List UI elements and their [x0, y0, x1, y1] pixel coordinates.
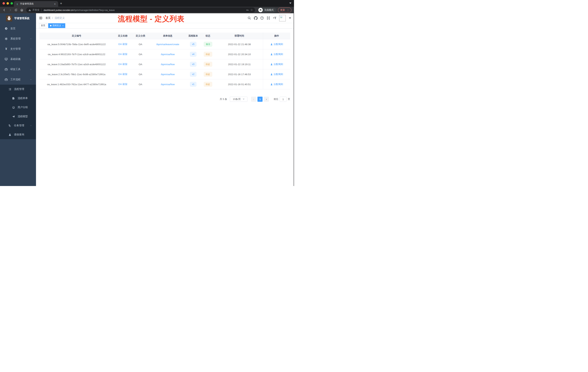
- tab-search-chevron-icon[interactable]: [289, 2, 292, 4]
- tag-close-icon[interactable]: ×: [62, 25, 63, 27]
- fullscreen-icon[interactable]: [266, 16, 270, 20]
- version-badge: v1: [190, 82, 196, 87]
- sidebar-item-process-management[interactable]: 流程管理: [0, 85, 36, 94]
- help-icon[interactable]: ?: [260, 16, 264, 20]
- new-tab-button[interactable]: +: [60, 2, 62, 5]
- total-count-label: 共 5 条: [220, 98, 227, 101]
- maximize-window-icon[interactable]: [10, 2, 13, 5]
- yen-icon: ¥: [4, 47, 8, 51]
- form-link[interactable]: /bpm/oa/flow: [161, 83, 175, 86]
- tag-label: 流程定义: [52, 24, 61, 27]
- breadcrumb-home[interactable]: 首页: [45, 16, 51, 20]
- assign-rule-button[interactable]: 分配规则: [270, 73, 283, 76]
- column-header: 定义名称: [114, 34, 132, 37]
- sidebar-item-label: 系统管理: [10, 37, 21, 40]
- form-link[interactable]: /bpm/oa/flow: [161, 73, 175, 76]
- tag-process-definition[interactable]: 流程定义 ×: [48, 23, 65, 28]
- breadcrumb: 首页 / 流程定义: [45, 16, 65, 20]
- back-button[interactable]: [2, 8, 7, 12]
- browser-tabstrip: 芋道管理系统 × +: [0, 0, 294, 7]
- sidebar-item-infrastructure[interactable]: 基础设施: [0, 54, 36, 64]
- tag-home[interactable]: 首页: [39, 23, 47, 28]
- page-size-select[interactable]: 10条/页: [230, 97, 247, 102]
- github-icon[interactable]: [254, 16, 258, 20]
- robot-icon: [12, 106, 15, 109]
- definition-name-link[interactable]: OA 请假: [118, 53, 127, 56]
- deploy-time: 2022-01-22 19:19:11: [216, 63, 263, 66]
- goto-label: 前往: [274, 98, 278, 101]
- tab-close-icon[interactable]: ×: [53, 2, 56, 5]
- page-unit-label: 页: [288, 98, 290, 101]
- deploy-time: 2022-01-16 17:46:53: [216, 73, 263, 76]
- definition-name-link[interactable]: OA 请假: [118, 43, 127, 46]
- pagination: 共 5 条 10条/页 ‹ 1 › 前往 页: [40, 97, 290, 102]
- sidebar-item-label: 流程表单: [18, 97, 28, 100]
- form-link[interactable]: /bpm/oa/flow: [161, 53, 175, 56]
- font-size-icon[interactable]: TT: [273, 16, 277, 20]
- definition-category: OA: [132, 63, 149, 66]
- definition-name-link[interactable]: OA 请假: [118, 83, 127, 86]
- assign-rule-button[interactable]: 分配规则: [270, 63, 283, 66]
- next-page-button[interactable]: ›: [264, 97, 269, 102]
- definition-name-link[interactable]: OA 请假: [118, 63, 127, 66]
- minimize-window-icon[interactable]: [7, 2, 9, 5]
- definition-id: oa_leave:1:482ec033-762a-11ec-8477-a2380…: [40, 83, 114, 86]
- chevron-down-icon: [30, 68, 32, 70]
- form-link[interactable]: /bpm/oa/leave/create: [156, 43, 179, 46]
- form-icon: [12, 97, 15, 100]
- sidebar-item-system[interactable]: 系统管理: [0, 34, 36, 44]
- sidebar: 芋道管理系统 首页 系统管理 ¥ 支付管理: [0, 13, 36, 186]
- sidebar-item-user-group[interactable]: 用户分组: [0, 103, 36, 112]
- definition-name-link[interactable]: OA 请假: [118, 73, 127, 76]
- prev-page-button[interactable]: ‹: [251, 97, 256, 102]
- page-content: 定义编号 定义名称 定义分类 表单信息 流程版本 状态 部署时间 操作 oa_l…: [36, 29, 294, 186]
- svg-text:?: ?: [262, 17, 262, 19]
- sidebar-item-label: 任务管理: [14, 124, 24, 127]
- goto-page-input[interactable]: [280, 97, 286, 102]
- tag-label: 首页: [41, 24, 45, 27]
- reload-button[interactable]: [13, 8, 19, 12]
- close-window-icon[interactable]: [2, 2, 5, 5]
- sidebar-item-label: 请假查询: [14, 133, 24, 136]
- bookmark-star-icon[interactable]: ☆: [250, 9, 253, 11]
- status-badge: 激活: [204, 42, 212, 47]
- security-label: 不安全: [32, 8, 40, 12]
- sidebar-item-home[interactable]: 首页: [0, 23, 36, 34]
- sidebar-item-task-management[interactable]: 任务管理: [0, 121, 36, 130]
- search-icon[interactable]: [247, 16, 251, 20]
- assign-rule-button[interactable]: 分配规则: [270, 53, 283, 56]
- kebab-menu-icon[interactable]: ⋮: [287, 9, 289, 11]
- definition-id: oa_leave:2:3c1f0ef1-76b1-11ec-9c66-a2380…: [40, 73, 114, 76]
- monitor-icon: [4, 57, 8, 61]
- active-dot-icon: [50, 25, 52, 26]
- workflow-submenu: 流程管理 流程表单 用户分组 流程模: [0, 85, 36, 139]
- browser-update-button[interactable]: 更新 ⋮: [278, 8, 292, 13]
- assign-rule-button[interactable]: 分配规则: [270, 43, 283, 46]
- window-controls[interactable]: [2, 2, 13, 5]
- chevron-down-icon: [30, 124, 32, 127]
- window-edge: [294, 7, 294, 186]
- address-bar[interactable]: 不安全 dashboard.yudao.iocoder.cn/bpm/manag…: [26, 8, 255, 12]
- sidebar-item-process-model[interactable]: 流程模型: [0, 112, 36, 121]
- avatar-dropdown-caret-icon[interactable]: [289, 17, 291, 19]
- sidebar-item-leave-query[interactable]: 请假查询: [0, 130, 36, 139]
- password-key-icon[interactable]: [246, 9, 249, 12]
- assign-rule-button[interactable]: 分配规则: [270, 83, 283, 86]
- definition-id: oa_leave:3:1fad3d93-7b75-11ec-a3c8-acde4…: [40, 63, 114, 66]
- sidebar-item-devtools[interactable]: 研发工具: [0, 64, 36, 75]
- sidebar-item-workflow[interactable]: 工作流程: [0, 75, 36, 85]
- forward-button[interactable]: [8, 8, 13, 12]
- home-button[interactable]: [19, 8, 24, 12]
- sidebar-item-process-form[interactable]: 流程表单: [0, 94, 36, 103]
- sidebar-item-label: 流程管理: [14, 88, 24, 91]
- form-link[interactable]: /bpm/oa/flow: [161, 63, 175, 66]
- sidebar-logo-row[interactable]: 芋道管理系统: [0, 13, 36, 23]
- page-number-button[interactable]: 1: [257, 97, 262, 102]
- sidebar-item-payment[interactable]: ¥ 支付管理: [0, 44, 36, 54]
- chevron-up-icon: [30, 88, 32, 90]
- sidebar-item-label: 支付管理: [10, 47, 21, 51]
- avatar[interactable]: [279, 15, 286, 22]
- browser-tab[interactable]: 芋道管理系统 ×: [14, 1, 58, 7]
- deploy-time: 2022-01-16 01:40:51: [216, 83, 263, 86]
- hamburger-icon[interactable]: [39, 16, 42, 20]
